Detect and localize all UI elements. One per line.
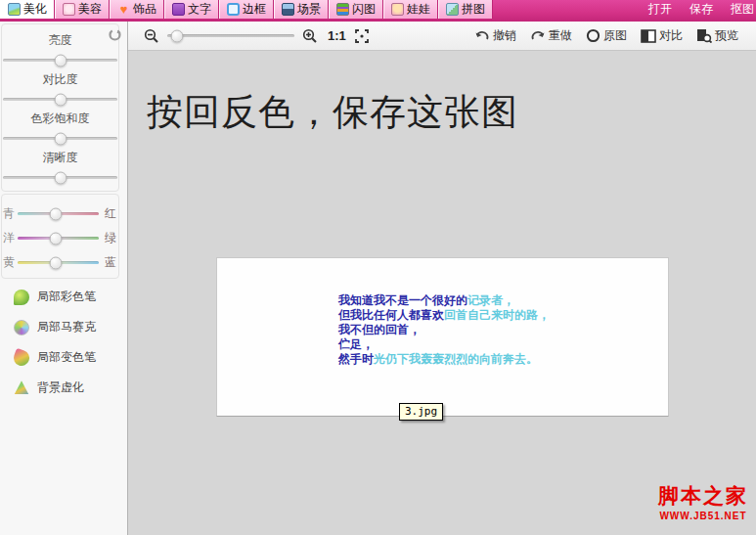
magenta-green-slider[interactable]: 洋 绿 bbox=[18, 237, 99, 240]
watermark-url: WWW.JB51.NET bbox=[658, 511, 748, 521]
red-label: 红 bbox=[105, 205, 116, 222]
open-button[interactable]: 打开 bbox=[648, 1, 672, 18]
redo-button[interactable]: 重做 bbox=[530, 27, 572, 44]
tool-label: 背景虚化 bbox=[37, 379, 84, 396]
zoom-slider-thumb[interactable] bbox=[171, 29, 184, 42]
tab-flash[interactable]: 闪图 bbox=[329, 0, 383, 19]
clarity-slider[interactable] bbox=[3, 176, 117, 179]
tab-scenes[interactable]: 场景 bbox=[274, 0, 329, 19]
photo-canvas[interactable]: 我知道我不是一个很好的记录者， 但我比任何人都喜欢回首自己来时的路， 我不但的回… bbox=[216, 257, 669, 417]
tab-frames[interactable]: 边框 bbox=[219, 0, 274, 19]
instruction-heading: 按回反色，保存这张图 bbox=[147, 88, 518, 137]
slider-label: 清晰度 bbox=[2, 146, 118, 168]
saturation-slider[interactable] bbox=[3, 137, 117, 140]
tab-label: 饰品 bbox=[133, 1, 156, 18]
poem-line: 我知道我不是一个很好的记录者， bbox=[338, 293, 550, 308]
collage-icon bbox=[446, 3, 459, 16]
tool-local-recolor-pen[interactable]: 局部变色笔 bbox=[14, 349, 120, 366]
original-circle-icon bbox=[586, 28, 600, 43]
adjustment-sidebar: 亮度 对比度 色彩饱和度 清晰度 青 红 bbox=[0, 22, 128, 535]
top-actions: 打开 保存 抠图 bbox=[648, 0, 756, 19]
slider-label: 色彩饱和度 bbox=[2, 107, 118, 129]
tab-label: 文字 bbox=[188, 1, 211, 18]
slider-thumb[interactable] bbox=[50, 207, 63, 220]
color-pen-icon bbox=[12, 347, 32, 368]
tool-label: 局部彩色笔 bbox=[37, 289, 96, 305]
tab-collage[interactable]: 拼图 bbox=[438, 0, 493, 19]
tab-label: 闪图 bbox=[352, 1, 376, 18]
tool-background-blur[interactable]: 背景虚化 bbox=[14, 379, 120, 396]
tab-label: 美容 bbox=[78, 1, 102, 18]
slider-thumb[interactable] bbox=[54, 93, 67, 106]
tool-local-color-pen[interactable]: 局部彩色笔 bbox=[14, 289, 120, 305]
slider-thumb[interactable] bbox=[50, 256, 63, 269]
tab-strip: 美化 美容 ♥饰品 文字 边框 场景 闪图 娃娃 拼图 bbox=[0, 0, 493, 19]
blur-icon bbox=[14, 380, 29, 396]
history-controls: 撤销 重做 原图 对比 预览 bbox=[474, 27, 738, 44]
slider-yellow-blue: 黄 蓝 bbox=[2, 261, 118, 264]
slider-clarity: 清晰度 bbox=[2, 146, 118, 179]
zoom-slider[interactable] bbox=[167, 34, 294, 37]
poem-text: 我知道我不是一个很好的记录者， 但我比任何人都喜欢回首自己来时的路， 我不但的回… bbox=[338, 293, 550, 367]
tab-doll[interactable]: 娃娃 bbox=[383, 0, 438, 19]
filename-tooltip: 3.jpg bbox=[399, 403, 443, 421]
blue-label: 蓝 bbox=[105, 254, 116, 271]
brush-icon bbox=[14, 290, 29, 305]
mosaic-icon bbox=[14, 320, 29, 335]
preview-button[interactable]: 预览 bbox=[696, 27, 738, 44]
poem-line: 但我比任何人都喜欢回首自己来时的路， bbox=[338, 308, 550, 323]
tool-label: 局部马赛克 bbox=[37, 319, 96, 335]
contrast-slider[interactable] bbox=[3, 98, 117, 101]
tab-beauty[interactable]: 美容 bbox=[55, 0, 110, 19]
scene-icon bbox=[282, 3, 294, 16]
slider-magenta-green: 洋 绿 bbox=[2, 237, 118, 240]
slider-brightness: 亮度 bbox=[2, 28, 118, 62]
save-button[interactable]: 保存 bbox=[689, 1, 713, 18]
tab-label: 边框 bbox=[243, 1, 266, 18]
zoom-out-icon[interactable] bbox=[144, 28, 159, 44]
slider-thumb[interactable] bbox=[54, 171, 67, 184]
doll-icon bbox=[391, 3, 404, 16]
preview-icon bbox=[696, 28, 712, 43]
tab-text[interactable]: 文字 bbox=[164, 0, 219, 19]
basic-adjust-group: 亮度 对比度 色彩饱和度 清晰度 bbox=[1, 23, 119, 192]
slider-label: 对比度 bbox=[2, 67, 118, 90]
original-button[interactable]: 原图 bbox=[586, 27, 627, 44]
slider-thumb[interactable] bbox=[54, 132, 67, 145]
watermark-title: 脚本之家 bbox=[658, 482, 748, 510]
poem-line: 然手时光仍下我轰轰烈烈的向前奔去。 bbox=[338, 352, 550, 367]
slider-thumb[interactable] bbox=[50, 232, 63, 245]
tab-beautify[interactable]: 美化 bbox=[0, 0, 55, 19]
green-label: 绿 bbox=[105, 230, 116, 246]
color-balance-group: 青 红 洋 绿 黄 蓝 bbox=[1, 194, 119, 279]
fit-screen-icon[interactable] bbox=[354, 28, 370, 44]
slider-thumb[interactable] bbox=[54, 54, 67, 67]
local-tools-group: 局部彩色笔 局部马赛克 局部变色笔 背景虚化 bbox=[0, 279, 120, 396]
yellow-blue-slider[interactable]: 黄 蓝 bbox=[18, 261, 99, 264]
poem-line: 伫足， bbox=[338, 337, 550, 352]
poem-line: 我不但的回首， bbox=[338, 323, 550, 337]
tab-label: 拼图 bbox=[462, 1, 485, 18]
tool-local-mosaic[interactable]: 局部马赛克 bbox=[14, 319, 120, 335]
slider-cyan-red: 青 红 bbox=[2, 212, 118, 215]
tab-label: 美化 bbox=[23, 1, 47, 18]
face-icon bbox=[63, 3, 75, 16]
magenta-label: 洋 bbox=[3, 230, 15, 246]
slider-label: 亮度 bbox=[2, 28, 118, 51]
brightness-slider[interactable] bbox=[3, 59, 117, 62]
zoom-in-icon[interactable] bbox=[302, 28, 318, 44]
zoom-controls: 1:1 bbox=[144, 28, 370, 44]
tab-label: 娃娃 bbox=[407, 1, 430, 18]
compare-icon bbox=[641, 29, 656, 43]
compare-button[interactable]: 对比 bbox=[641, 27, 683, 44]
cutout-button[interactable]: 抠图 bbox=[731, 1, 754, 18]
undo-button[interactable]: 撤销 bbox=[474, 27, 516, 44]
canvas-toolbar: 1:1 撤销 重做 原图 对比 预览 bbox=[128, 22, 756, 51]
cyan-label: 青 bbox=[3, 205, 15, 222]
tab-decorations[interactable]: ♥饰品 bbox=[110, 0, 164, 19]
zoom-ratio-button[interactable]: 1:1 bbox=[328, 28, 346, 43]
text-icon bbox=[172, 3, 185, 16]
top-tab-bar: 美化 美容 ♥饰品 文字 边框 场景 闪图 娃娃 拼图 打开 保存 抠图 bbox=[0, 0, 756, 22]
cyan-red-slider[interactable]: 青 红 bbox=[18, 212, 99, 215]
slider-saturation: 色彩饱和度 bbox=[2, 107, 118, 140]
